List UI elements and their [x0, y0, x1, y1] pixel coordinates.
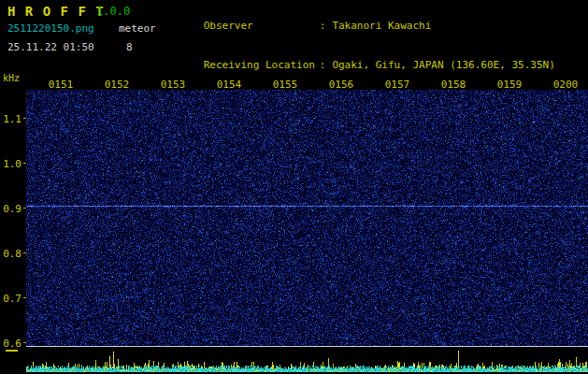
y-tick-1.0: 1.0 — [0, 158, 22, 170]
level-threshold-mark — [6, 350, 18, 352]
info-row-observer: Observer:Takanori Kawachi — [166, 7, 555, 46]
y-axis-unit-label: kHz — [3, 73, 20, 83]
info-label: Receiving Location — [204, 59, 320, 72]
app-version: 1.0.0 — [96, 5, 130, 18]
y-tick-0.6: 0.6 — [0, 338, 22, 350]
app-title: H R O F F T — [7, 4, 105, 19]
info-value: Ogaki, Gifu, JAPAN (136.60E, 35.35N) — [332, 59, 554, 71]
info-label: Observer — [204, 20, 320, 33]
signal-level-canvas — [26, 348, 588, 372]
y-tick-0.9: 0.9 — [0, 203, 22, 215]
mode-label: meteor — [119, 22, 156, 35]
info-value: Takanori Kawachi — [332, 20, 431, 32]
y-tick-0.7: 0.7 — [0, 293, 22, 305]
observation-datetime: 25.11.22 01:50 — [7, 41, 94, 53]
output-filename: 2511220150.png — [7, 22, 94, 35]
info-separator: : — [320, 59, 326, 71]
y-tick-1.1: 1.1 — [0, 113, 22, 125]
info-separator: : — [320, 20, 326, 32]
meteor-count: 8 — [126, 41, 133, 53]
x-axis-line — [26, 346, 588, 347]
hrofft-screen: H R O F F T 1.0.0 2511220150.png meteor … — [0, 0, 588, 374]
y-tick-0.8: 0.8 — [0, 248, 22, 260]
spectrogram-canvas — [26, 90, 588, 346]
